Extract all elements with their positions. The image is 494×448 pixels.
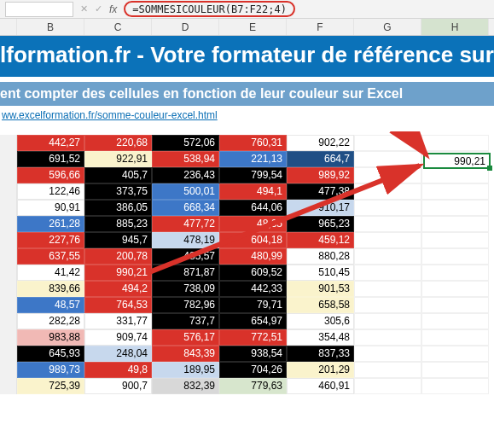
empty-cell[interactable] [354,216,421,232]
data-cell[interactable]: 596,66 [17,167,84,183]
data-cell[interactable]: 459,12 [287,232,354,248]
data-cell[interactable]: 236,43 [152,167,219,183]
data-cell[interactable]: 200,78 [84,248,152,265]
empty-cell[interactable] [421,378,489,394]
col-header-d[interactable]: D [152,19,219,35]
data-cell[interactable]: 221,13 [219,151,287,167]
col-header-e[interactable]: E [219,19,287,35]
data-cell[interactable]: 49,8 [84,362,152,378]
data-cell[interactable]: 405,7 [84,167,152,183]
data-cell[interactable]: 779,63 [219,378,287,394]
data-cell[interactable]: 965,23 [287,216,354,232]
data-cell[interactable]: 760,31 [219,135,287,151]
data-cell[interactable]: 637,55 [17,248,84,265]
data-cell[interactable]: 880,28 [287,248,354,265]
data-cell[interactable]: 227,76 [17,232,84,248]
empty-cell[interactable] [354,135,421,151]
data-cell[interactable]: 576,17 [152,329,219,346]
data-cell[interactable]: 839,66 [17,281,84,297]
data-cell[interactable]: 282,28 [17,313,84,329]
col-header-h[interactable]: H [421,19,489,35]
data-cell[interactable]: 832,39 [152,378,219,394]
empty-cell[interactable] [421,281,489,297]
data-cell[interactable]: 989,92 [287,167,354,183]
empty-cell[interactable] [354,297,421,313]
data-cell[interactable]: 764,53 [84,297,152,313]
data-cell[interactable]: 983,88 [17,329,84,346]
empty-cell[interactable] [354,362,421,378]
empty-cell[interactable] [421,248,489,265]
data-cell[interactable]: 510,45 [287,265,354,281]
data-cell[interactable]: 373,75 [84,183,152,200]
data-cell[interactable]: 480,99 [219,248,287,265]
empty-cell[interactable] [421,135,489,151]
name-box[interactable] [5,2,73,17]
data-cell[interactable]: 442,27 [17,135,84,151]
data-cell[interactable]: 79,71 [219,297,287,313]
data-cell[interactable]: 477,72 [152,216,219,232]
data-cell[interactable]: 738,09 [152,281,219,297]
data-cell[interactable]: 658,58 [287,297,354,313]
data-cell[interactable]: 664,7 [287,151,354,167]
empty-cell[interactable] [421,216,489,232]
data-cell[interactable]: 871,87 [152,265,219,281]
data-cell[interactable]: 909,74 [84,329,152,346]
empty-cell[interactable] [421,232,489,248]
data-cell[interactable]: 604,18 [219,232,287,248]
cancel-icon[interactable]: ✕ [80,3,88,15]
data-cell[interactable]: 386,05 [84,200,152,216]
col-header-g[interactable]: G [354,19,421,35]
data-cell[interactable]: 477,38 [287,183,354,200]
empty-cell[interactable] [421,183,489,200]
data-cell[interactable]: 782,96 [152,297,219,313]
data-cell[interactable]: 442,33 [219,281,287,297]
data-cell[interactable]: 90,91 [17,200,84,216]
data-cell[interactable]: 691,52 [17,151,84,167]
data-cell[interactable]: 48,65 [219,216,287,232]
data-cell[interactable]: 248,04 [84,346,152,362]
data-cell[interactable]: 354,48 [287,329,354,346]
empty-cell[interactable] [421,329,489,346]
data-cell[interactable]: 645,93 [17,346,84,362]
empty-cell[interactable] [354,183,421,200]
result-cell[interactable]: 990,21 [423,153,491,169]
data-cell[interactable]: 644,06 [219,200,287,216]
data-cell[interactable]: 41,42 [17,265,84,281]
confirm-icon[interactable]: ✓ [95,3,102,15]
empty-cell[interactable] [354,167,421,183]
data-cell[interactable]: 201,29 [287,362,354,378]
data-cell[interactable]: 938,54 [219,346,287,362]
data-cell[interactable]: 189,95 [152,362,219,378]
data-cell[interactable]: 609,52 [219,265,287,281]
data-cell[interactable]: 902,22 [287,135,354,151]
data-cell[interactable]: 500,01 [152,183,219,200]
data-cell[interactable]: 478,19 [152,232,219,248]
data-cell[interactable]: 901,53 [287,281,354,297]
data-cell[interactable]: 261,28 [17,216,84,232]
data-cell[interactable]: 772,51 [219,329,287,346]
fx-icon[interactable]: fx [109,3,117,15]
empty-cell[interactable] [421,362,489,378]
empty-cell[interactable] [421,297,489,313]
empty-cell[interactable] [421,167,489,183]
data-cell[interactable]: 485,57 [152,248,219,265]
empty-cell[interactable] [354,200,421,216]
data-cell[interactable]: 704,26 [219,362,287,378]
data-cell[interactable]: 945,7 [84,232,152,248]
data-cell[interactable]: 922,91 [84,151,152,167]
empty-cell[interactable] [354,265,421,281]
data-cell[interactable]: 122,46 [17,183,84,200]
data-cell[interactable]: 843,39 [152,346,219,362]
data-cell[interactable]: 220,68 [84,135,152,151]
data-cell[interactable]: 654,97 [219,313,287,329]
data-cell[interactable]: 305,6 [287,313,354,329]
data-cell[interactable]: 668,34 [152,200,219,216]
data-cell[interactable]: 572,06 [152,135,219,151]
data-cell[interactable]: 900,7 [84,378,152,394]
empty-cell[interactable] [421,346,489,362]
data-cell[interactable]: 990,21 [84,265,152,281]
data-cell[interactable]: 460,91 [287,378,354,394]
data-cell[interactable]: 837,33 [287,346,354,362]
data-cell[interactable]: 494,2 [84,281,152,297]
formula-input[interactable]: =SOMMESICOULEUR(B7:F22;4) [124,1,295,17]
